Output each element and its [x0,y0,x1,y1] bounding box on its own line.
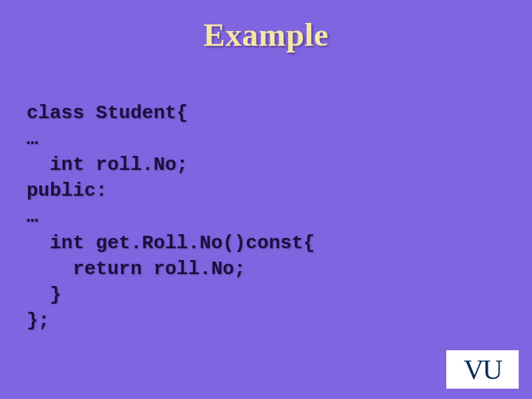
code-block: class Student{ … int roll.No; public: … … [0,75,532,334]
code-line: } [27,284,61,306]
code-line: public: [27,180,107,202]
code-line: … [27,205,38,228]
slide-title: Example [0,0,532,75]
code-line: return roll.No; [27,258,245,280]
logo-text: VU [464,353,502,386]
code-line: int get.Roll.No()const{ [27,232,315,254]
code-line: }; [27,310,50,332]
code-line: … [27,128,38,150]
vu-logo: VU [446,350,519,389]
code-line: int roll.No; [27,154,188,176]
code-line: class Student{ [27,102,188,124]
